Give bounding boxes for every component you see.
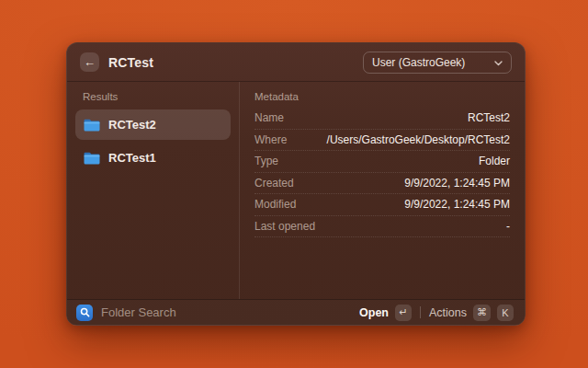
metadata-row-where: Where /Users/GastroGeek/Desktop/RCTest2 [254,130,510,152]
metadata-label: Name [254,111,284,124]
page-title: RCTest [108,55,153,70]
metadata-row-last-opened: Last opened - [254,216,510,238]
metadata-value: 9/9/2022, 1:24:45 PM [404,177,510,190]
window-header: ← RCTest User (GastroGeek) [67,43,525,82]
result-item-rctest1[interactable]: RCTest1 [75,143,231,173]
k-key-badge: K [497,305,514,321]
metadata-label: Where [254,133,287,146]
metadata-panel: Metadata Name RCTest2 Where /Users/Gastr… [240,82,525,299]
metadata-label: Type [254,155,278,167]
search-input[interactable] [101,305,351,319]
result-item-label: RCTest1 [108,151,156,165]
metadata-value: 9/9/2022, 1:24:45 PM [404,198,510,211]
results-panel: Results RCTest2 [67,82,240,299]
metadata-header: Metadata [254,82,510,108]
user-dropdown[interactable]: User (GastroGeek) [363,52,512,74]
back-button[interactable]: ← [80,52,99,72]
footer-divider [420,306,421,318]
metadata-row-modified: Modified 9/9/2022, 1:24:45 PM [254,194,510,216]
actions-button[interactable]: Actions [429,306,467,319]
metadata-row-created: Created 9/9/2022, 1:24:45 PM [254,173,510,195]
result-item-label: RCTest2 [108,118,156,132]
search-icon [76,305,93,321]
back-arrow-icon: ← [84,55,96,69]
folder-search-window: ← RCTest User (GastroGeek) Results [66,42,526,326]
metadata-value: - [506,220,510,233]
results-header: Results [75,88,231,109]
user-dropdown-value: User (GastroGeek) [372,56,487,69]
open-button[interactable]: Open [359,306,389,319]
main-content: Results RCTest2 [67,82,525,299]
metadata-value: Folder [479,155,510,167]
metadata-row-type: Type Folder [254,151,510,173]
folder-icon [84,152,100,165]
footer-actions: Open ↵ Actions ⌘ K [359,305,514,321]
folder-icon [84,119,100,132]
metadata-row-name: Name RCTest2 [254,108,510,130]
metadata-value: RCTest2 [468,111,510,124]
enter-key-badge: ↵ [395,305,412,321]
desktop-background: ← RCTest User (GastroGeek) Results [0,0,588,368]
metadata-label: Last opened [254,220,315,233]
result-item-rctest2[interactable]: RCTest2 [75,109,231,140]
chevron-down-icon [494,56,503,69]
metadata-label: Created [254,177,294,190]
cmd-key-badge: ⌘ [473,305,491,321]
footer-bar: Open ↵ Actions ⌘ K [67,299,525,325]
metadata-value: /Users/GastroGeek/Desktop/RCTest2 [327,133,510,146]
metadata-label: Modified [254,198,296,211]
